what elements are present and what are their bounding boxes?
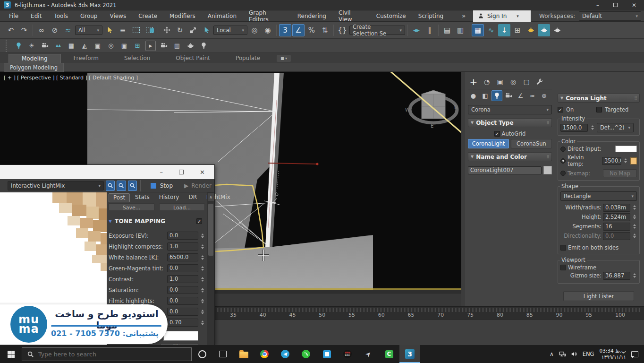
vfb-tab[interactable]: Stats — [131, 193, 154, 202]
start-button[interactable] — [0, 345, 22, 363]
tone-param-field[interactable]: 0.0 — [167, 232, 198, 240]
vfb-minimize-icon[interactable]: – — [160, 169, 163, 176]
tone-mapping-checkbox[interactable] — [196, 218, 202, 224]
tone-param-spinner[interactable] — [200, 310, 205, 314]
systems-category-icon[interactable]: ⊛ — [539, 90, 550, 101]
kelvin-field[interactable]: 3500.0 — [602, 157, 621, 165]
mirror-icon[interactable]: ◀▶ — [410, 24, 423, 36]
gizmo-size-spinner[interactable] — [632, 273, 637, 278]
3dsmax-taskbar-button[interactable]: 3 — [399, 345, 420, 363]
tone-param-field[interactable]: 0.0 — [167, 264, 198, 272]
tint-color-swatch[interactable] — [163, 331, 198, 341]
menu-item[interactable]: Modifiers — [163, 10, 202, 21]
emit-both-sides-checkbox[interactable] — [560, 245, 566, 251]
direct-color-swatch[interactable] — [615, 146, 637, 152]
tone-param-field[interactable]: 1.0 — [167, 242, 198, 251]
utilities-tab-icon[interactable] — [534, 76, 545, 87]
menu-item[interactable]: Tools — [48, 10, 74, 21]
shape-param-spinner[interactable] — [632, 215, 637, 219]
mountain-icon[interactable]: ◭ — [79, 41, 90, 51]
tone-param-spinner[interactable] — [200, 266, 205, 271]
tone-param-field[interactable]: 6500.0 — [167, 253, 198, 261]
wireframe-checkbox[interactable] — [560, 265, 566, 270]
sun-icon[interactable]: ☀ — [26, 41, 37, 51]
select-place-icon[interactable] — [200, 24, 212, 36]
tone-param-field[interactable]: 0.70 — [167, 319, 198, 327]
maximize-icon[interactable] — [613, 3, 618, 7]
polygon-modeling-tab[interactable]: Polygon Modeling — [4, 63, 64, 72]
tone-param-field[interactable]: 0.0 — [167, 308, 198, 316]
select-scale-icon[interactable] — [187, 24, 199, 36]
window-crossing-icon[interactable] — [143, 24, 155, 36]
object-type-rollout[interactable]: ▼ Object Type ⠿ — [468, 118, 552, 127]
torus-icon[interactable]: ◎ — [106, 41, 116, 51]
autogrid-checkbox[interactable] — [494, 131, 500, 137]
telegram-button[interactable] — [275, 345, 296, 363]
light-category-dropdown[interactable]: Corona ▾ — [468, 105, 552, 114]
load-button[interactable]: Load... — [159, 203, 205, 210]
tone-param-spinner[interactable] — [200, 288, 205, 293]
slate-material-editor-icon[interactable]: ▦ — [472, 24, 484, 36]
hierarchy-tab-icon[interactable]: ▣ — [494, 76, 506, 87]
vpn-app-button[interactable]: VPN Like — [337, 345, 358, 363]
select-link-icon[interactable]: ∞ — [35, 24, 48, 36]
vfb-tab[interactable]: Post — [109, 193, 130, 202]
ribbon-tab[interactable]: Modeling — [8, 54, 61, 63]
undo-icon[interactable]: ↶ — [5, 24, 17, 36]
select-by-name-icon[interactable]: ≡ — [117, 24, 129, 36]
toolbar-grip[interactable] — [6, 40, 8, 52]
shape-param-field[interactable]: 0.038m — [603, 204, 630, 212]
vfb-stop-button[interactable]: Stop — [144, 180, 179, 191]
notes-app-button[interactable] — [316, 345, 337, 363]
ribbon-tab[interactable]: Populate — [223, 54, 273, 63]
reference-coordinate-dropdown[interactable]: Local ▾ — [213, 26, 247, 35]
intensity-units-dropdown[interactable]: Def...^2) ▾ — [597, 123, 634, 132]
angle-snap-icon[interactable]: ∠ — [292, 24, 305, 36]
speaker-icon[interactable] — [571, 351, 577, 357]
select-move-icon[interactable] — [161, 24, 173, 36]
selection-filter-dropdown[interactable]: All ▾ — [75, 26, 102, 35]
shape-type-dropdown[interactable]: Rectangle ▾ — [560, 191, 637, 201]
geometry-category-icon[interactable]: ● — [468, 90, 479, 101]
save-button[interactable]: Save... — [109, 203, 154, 210]
plus-box-icon[interactable]: ⊞ — [132, 41, 143, 51]
layers-icon[interactable]: ▣ — [119, 41, 129, 51]
close-icon[interactable]: ✕ — [632, 2, 636, 9]
schematic-view-icon[interactable]: ↓ — [498, 24, 510, 36]
menu-item[interactable]: Graph Editors — [243, 10, 291, 21]
cameras-category-icon[interactable] — [503, 90, 514, 101]
task-view-button[interactable] — [212, 345, 233, 363]
sign-in-button[interactable]: Sign In ▾ — [473, 10, 531, 22]
named-selection-dropdown[interactable]: Create Selection Se ▾ — [349, 26, 405, 35]
align-icon[interactable]: ∥ — [424, 24, 436, 36]
motion-tab-icon[interactable]: ◎ — [508, 76, 519, 87]
vfb-tab[interactable]: History — [155, 193, 184, 202]
file-explorer-button[interactable] — [233, 345, 254, 363]
intensity-field[interactable]: 1500.0 — [560, 124, 588, 132]
camera-icon[interactable] — [40, 41, 50, 51]
select-object-icon[interactable] — [103, 24, 116, 36]
menu-item[interactable]: Civil View — [332, 10, 370, 21]
tone-param-spinner[interactable] — [200, 277, 205, 282]
vfb-zoom-in-icon[interactable] — [106, 181, 115, 191]
menu-item[interactable]: Rendering — [291, 10, 332, 21]
shape-param-field[interactable]: 0.0 — [603, 232, 630, 240]
no-map-button[interactable]: No Map — [603, 169, 637, 177]
teapot-icon[interactable] — [185, 41, 195, 51]
helpers-category-icon[interactable]: ∠ — [515, 90, 526, 101]
spacewarps-category-icon[interactable]: ≈ — [527, 90, 538, 101]
redo-icon[interactable]: ↷ — [18, 24, 30, 36]
search-input[interactable] — [38, 351, 170, 358]
snap-toggle-icon[interactable]: 3 — [279, 24, 291, 36]
object-color-swatch[interactable] — [543, 166, 552, 174]
kelvin-radio[interactable] — [560, 158, 566, 164]
trees-icon[interactable]: ▲▲ — [53, 41, 63, 51]
ribbon-tab[interactable]: Object Paint — [163, 54, 223, 63]
panel-icon[interactable]: ▥ — [172, 41, 182, 51]
modify-tab-icon[interactable]: ◔ — [481, 76, 492, 87]
light-lister-button[interactable]: Light Lister — [563, 291, 634, 301]
ribbon-tab[interactable]: Selection — [111, 54, 163, 63]
kelvin-spinner[interactable] — [623, 158, 628, 163]
scene-explorer-icon[interactable]: ▤ — [441, 24, 453, 36]
panel-splitter[interactable] — [461, 72, 465, 306]
